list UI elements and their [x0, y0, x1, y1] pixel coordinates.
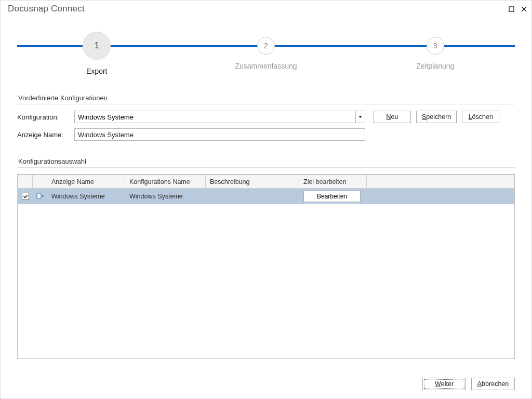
config-dropdown-input[interactable]	[75, 111, 355, 123]
chevron-down-icon[interactable]	[355, 111, 365, 123]
section-predef-title: Vorderfinierte Konfigurationen	[17, 90, 515, 104]
save-button[interactable]: Speichern	[416, 111, 457, 123]
titlebar: Docusnap Connect	[1, 1, 531, 17]
grid-header-spacer	[367, 175, 514, 189]
row-edit-cell: Bearbeiten	[299, 189, 367, 205]
row-displayname: Anzeige Name:	[17, 128, 515, 141]
displayname-label: Anzeige Name:	[17, 131, 74, 139]
grid-header-edittarget[interactable]: Ziel bearbeiten	[299, 175, 367, 189]
grid-header-check	[18, 175, 33, 189]
grid-header-displayname[interactable]: Anzeige Name	[47, 175, 125, 189]
maximize-icon[interactable]	[508, 5, 515, 12]
row-description	[206, 189, 299, 205]
row-spacer	[367, 189, 514, 205]
row-icon-cell	[33, 189, 47, 205]
edit-row-button[interactable]: Bearbeiten	[303, 191, 361, 202]
checkbox-icon[interactable]	[22, 193, 29, 200]
new-button[interactable]: Neu	[374, 111, 411, 123]
step-label-1: Export	[45, 67, 149, 75]
config-dropdown[interactable]	[74, 111, 365, 123]
wizard-steps: 1 Export 2 Zusammenfassung 3 Zeitplanung	[17, 28, 515, 85]
row-displayname: Windows Systeme	[47, 189, 125, 205]
grid-header-icon	[33, 175, 47, 189]
step-circle-3: 3	[427, 37, 444, 55]
next-button[interactable]: Weiter	[422, 378, 466, 390]
window-title: Docusnap Connect	[8, 4, 85, 14]
grid-header-row: Anzeige Name Konfigurations Name Beschre…	[18, 175, 514, 189]
footer-buttons: Weiter Abbrechen	[422, 378, 515, 390]
row-config: Konfiguration: Neu Speichern Löschen	[17, 111, 515, 123]
step-circle-2: 2	[257, 37, 275, 55]
title-light: Connect	[51, 4, 85, 14]
step-circle-1: 1	[83, 32, 111, 60]
grid-header-configname[interactable]: Konfigurations Name	[125, 175, 206, 189]
svg-rect-0	[509, 7, 514, 11]
title-strong: Docusnap	[8, 4, 48, 14]
wizard-step-1[interactable]: 1 Export	[45, 28, 149, 75]
svg-rect-1	[37, 193, 41, 198]
wizard-step-2[interactable]: 2 Zusammenfassung	[214, 28, 318, 70]
grid-header-description[interactable]: Beschreibung	[206, 175, 299, 189]
config-label: Konfiguration:	[17, 113, 74, 121]
displayname-input[interactable]	[74, 128, 365, 141]
row-configname: Windows Systeme	[125, 189, 206, 205]
delete-button[interactable]: Löschen	[462, 111, 499, 123]
step-label-2: Zusammenfassung	[214, 62, 318, 70]
export-icon	[36, 194, 44, 202]
close-icon[interactable]	[520, 5, 527, 12]
step-label-3: Zeitplanung	[383, 62, 487, 70]
grid-row[interactable]: Windows Systeme Windows Systeme Bearbeit…	[18, 189, 514, 205]
wizard-step-3[interactable]: 3 Zeitplanung	[383, 28, 487, 70]
config-grid: Anzeige Name Konfigurations Name Beschre…	[17, 174, 515, 359]
row-checkbox-cell[interactable]	[18, 189, 33, 205]
window-controls	[508, 5, 527, 12]
section-select-title: Konfigurationsauswahl	[17, 153, 515, 168]
cancel-button[interactable]: Abbrechen	[471, 378, 515, 390]
config-side-buttons: Neu Speichern Löschen	[374, 111, 499, 123]
